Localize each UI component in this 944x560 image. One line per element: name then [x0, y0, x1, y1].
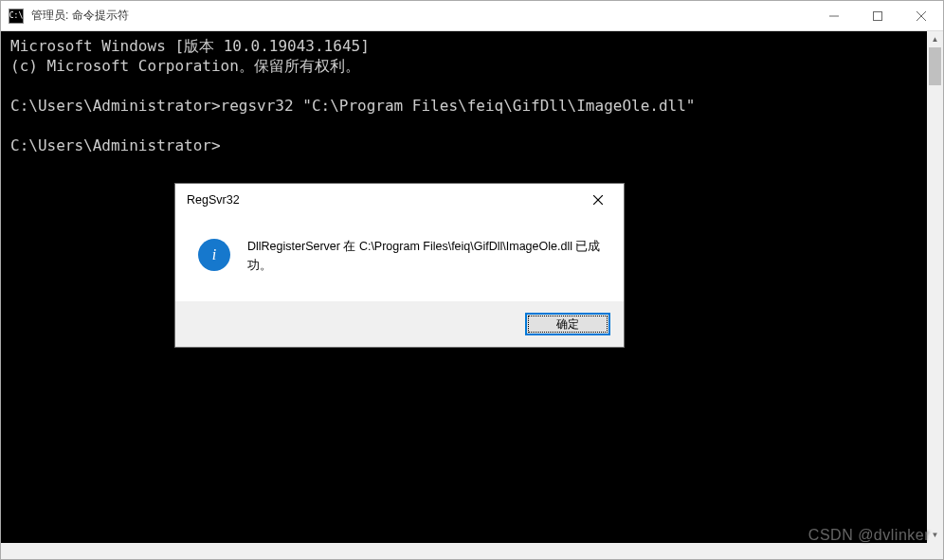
watermark: CSDN @dvlinker [808, 527, 930, 544]
minimize-button[interactable] [812, 1, 856, 31]
dialog-titlebar[interactable]: RegSvr32 [175, 184, 624, 216]
app-icon: C:\ [9, 9, 24, 24]
horizontal-scrollbar[interactable] [1, 543, 927, 559]
dialog-title: RegSvr32 [187, 193, 240, 207]
info-icon: i [198, 239, 230, 271]
dialog-footer: 确定 [175, 301, 624, 347]
dialog-body: i DllRegisterServer 在 C:\Program Files\f… [175, 216, 624, 301]
console-line: C:\Users\Administrator>regsvr32 "C:\Prog… [10, 97, 695, 115]
close-button[interactable] [899, 1, 943, 31]
scrollbar-thumb[interactable] [929, 47, 941, 85]
close-icon [917, 11, 926, 21]
dialog-close-button[interactable] [578, 187, 618, 213]
dialog-message: DllRegisterServer 在 C:\Program Files\fei… [247, 237, 601, 275]
scrollbar-corner [927, 543, 943, 559]
maximize-button[interactable] [856, 1, 899, 31]
console-output[interactable]: Microsoft Windows [版本 10.0.19043.1645] (… [10, 36, 924, 155]
titlebar[interactable]: C:\ 管理员: 命令提示符 [1, 1, 943, 31]
window-title: 管理员: 命令提示符 [31, 8, 129, 24]
close-icon [593, 195, 603, 205]
ok-button[interactable]: 确定 [525, 313, 610, 335]
scroll-up-icon[interactable]: ▲ [927, 31, 943, 47]
minimize-icon [829, 11, 839, 21]
vertical-scrollbar[interactable]: ▲ ▼ [927, 31, 943, 543]
svg-rect-1 [874, 11, 882, 20]
scrollbar-track[interactable] [927, 47, 943, 527]
console-line: C:\Users\Administrator> [10, 136, 221, 154]
console-line: Microsoft Windows [版本 10.0.19043.1645] [10, 37, 370, 55]
regsvr32-dialog: RegSvr32 i DllRegisterServer 在 C:\Progra… [174, 183, 625, 348]
maximize-icon [873, 11, 882, 21]
console-line: (c) Microsoft Corporation。保留所有权利。 [10, 57, 360, 75]
